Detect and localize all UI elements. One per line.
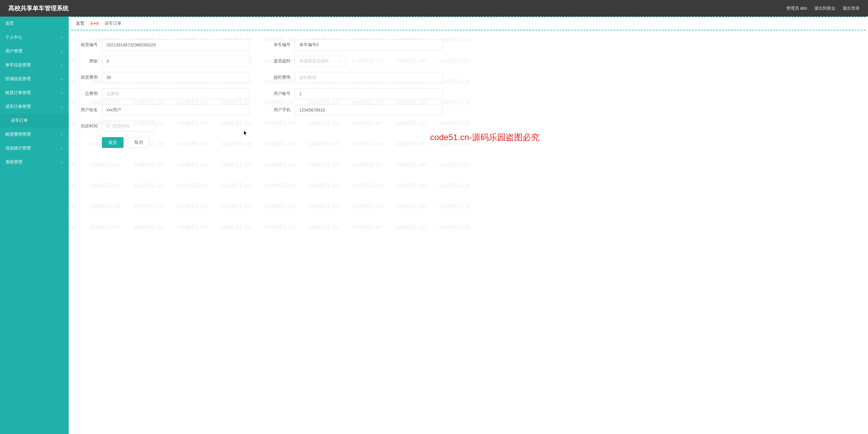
chevron-down-icon xyxy=(60,133,63,136)
watermark-text: code51.cn xyxy=(133,202,164,210)
chevron-down-icon xyxy=(339,59,343,63)
watermark-text: code51.cn xyxy=(221,161,252,168)
watermark-text: code51.cn xyxy=(221,181,252,189)
watermark-text: code51.cn xyxy=(265,181,296,189)
header-actions: 管理员 abo 退出到前台 退出登录 xyxy=(786,6,860,11)
watermark-text: code51.cn xyxy=(352,181,383,189)
chevron-down-icon xyxy=(60,147,63,150)
input-bike-no[interactable] xyxy=(295,39,442,50)
sidebar-item-3[interactable]: 单车信息管理 xyxy=(0,58,69,72)
watermark-text: code51.cn xyxy=(352,223,383,231)
label-user-acct: 用户账号 xyxy=(268,91,295,96)
chevron-down-icon xyxy=(60,50,63,53)
chevron-down-icon xyxy=(60,36,63,39)
cancel-button[interactable]: 取消 xyxy=(128,137,150,148)
watermark-text: code51.cn xyxy=(396,223,427,231)
label-timeout: 是否超时 xyxy=(268,59,295,64)
field-return-time: 归还时间 归还时间 xyxy=(75,121,268,132)
watermark-text: code51.cn xyxy=(265,223,296,231)
field-total-fee: 总费用 xyxy=(75,88,268,99)
sidebar-item-4[interactable]: 区域信息管理 xyxy=(0,72,69,86)
watermark-text: code51.cn xyxy=(221,202,252,210)
sidebar-item-label: 还车订单 xyxy=(11,118,28,123)
watermark-text: code51.cn xyxy=(177,181,208,189)
sidebar: 首页个人中心用户管理单车信息管理区域信息管理租赁订单管理还车订单管理还车订单租赁… xyxy=(0,17,69,434)
sidebar-item-label: 还车订单管理 xyxy=(5,104,31,110)
input-user-phone[interactable] xyxy=(295,104,442,116)
watermark-text: code51.cn xyxy=(69,181,77,189)
input-total-fee[interactable] xyxy=(102,88,250,99)
watermark-text: code51.cn xyxy=(396,161,427,168)
sidebar-item-5[interactable]: 租赁订单管理 xyxy=(0,86,69,100)
label-bike-no: 单车编号 xyxy=(268,42,295,48)
label-deposit: 押金 xyxy=(75,59,102,64)
input-deposit[interactable] xyxy=(102,56,250,67)
sidebar-item-label: 信息统计管理 xyxy=(5,146,31,151)
watermark-text: code51.cn xyxy=(308,181,339,189)
watermark-text: code51.cn xyxy=(177,202,208,210)
watermark-text: code51.cn xyxy=(90,223,121,231)
sidebar-item-7[interactable]: 还车订单 xyxy=(0,114,69,127)
submit-button[interactable]: 提交 xyxy=(102,137,124,148)
label-return-time: 归还时间 xyxy=(75,124,102,129)
header: 高校共享单车管理系统 管理员 abo 退出到前台 退出登录 xyxy=(0,0,868,17)
return-time-placeholder: 归还时间 xyxy=(113,124,129,129)
sidebar-item-6[interactable]: 还车订单管理 xyxy=(0,100,69,114)
input-rent-fee[interactable] xyxy=(102,72,250,83)
sidebar-item-label: 用户管理 xyxy=(5,49,22,54)
form-actions: 提交 取消 xyxy=(75,137,862,148)
exit-to-frontend[interactable]: 退出到前台 xyxy=(814,6,835,11)
sidebar-item-label: 单车信息管理 xyxy=(5,62,31,68)
watermark-text: code51.cn xyxy=(69,223,77,231)
watermark-text: code51.cn xyxy=(396,181,427,189)
sidebar-item-1[interactable]: 个人中心 xyxy=(0,30,69,44)
watermark-text: code51.cn xyxy=(177,223,208,231)
input-rent-no[interactable] xyxy=(102,39,250,50)
sidebar-item-0[interactable]: 首页 xyxy=(0,17,69,30)
watermark-text: code51.cn xyxy=(439,181,470,189)
watermark-text: code51.cn xyxy=(133,223,164,231)
watermark-text: code51.cn xyxy=(265,161,296,168)
sidebar-item-label: 首页 xyxy=(5,21,14,26)
sidebar-item-label: 个人中心 xyxy=(5,35,22,40)
order-form: 租赁编号 单车编号 押金 是否超时 请选择是否超时 xyxy=(69,30,868,154)
sidebar-item-10[interactable]: 系统管理 xyxy=(0,155,69,169)
tab-love[interactable]: 呆♥呆 xyxy=(90,21,99,26)
label-rent-no: 租赁编号 xyxy=(75,42,102,48)
watermark-text: code51.cn xyxy=(439,202,470,210)
watermark-text: code51.cn xyxy=(133,161,164,168)
sidebar-item-2[interactable]: 用户管理 xyxy=(0,44,69,58)
admin-label[interactable]: 管理员 abo xyxy=(786,6,807,11)
tab-return-order[interactable]: 还车订单 xyxy=(104,21,121,26)
select-timeout-placeholder: 请选择是否超时 xyxy=(299,59,329,64)
chevron-down-icon xyxy=(60,63,63,67)
tab-home[interactable]: 首页 xyxy=(76,21,84,26)
sidebar-item-9[interactable]: 信息统计管理 xyxy=(0,141,69,155)
input-user-name[interactable] xyxy=(102,104,250,116)
sidebar-item-8[interactable]: 租赁费用管理 xyxy=(0,127,69,141)
app-title: 高校共享单车管理系统 xyxy=(8,4,69,12)
field-deposit: 押金 xyxy=(75,56,268,67)
watermark-text: code51.cn xyxy=(265,202,296,210)
logout[interactable]: 退出登录 xyxy=(843,6,860,11)
watermark-text: code51.cn xyxy=(439,161,470,168)
label-rent-fee: 租赁费用 xyxy=(75,75,102,80)
sidebar-item-label: 租赁订单管理 xyxy=(5,90,31,96)
input-timeout-fee[interactable] xyxy=(295,72,442,83)
select-timeout[interactable]: 请选择是否超时 xyxy=(295,56,346,67)
main-content: code51.cncode51.cncode51.cncode51.cncode… xyxy=(69,17,868,434)
watermark-text: code51.cn xyxy=(308,161,339,168)
watermark-text: code51.cn xyxy=(133,181,164,189)
watermark-text: code51.cn xyxy=(221,223,252,231)
input-return-time[interactable]: 归还时间 xyxy=(102,121,156,132)
input-user-acct[interactable] xyxy=(295,88,442,99)
label-timeout-fee: 超时费用 xyxy=(268,75,295,80)
field-user-name: 用户姓名 xyxy=(75,104,268,116)
sidebar-item-label: 区域信息管理 xyxy=(5,76,31,82)
field-user-phone: 用户手机 xyxy=(268,104,461,116)
chevron-down-icon xyxy=(60,77,63,81)
breadcrumb-tabs: 首页 呆♥呆 还车订单 xyxy=(71,17,866,30)
chevron-down-icon xyxy=(60,160,63,164)
watermark-text: code51.cn xyxy=(177,161,208,168)
chevron-up-icon xyxy=(60,105,63,108)
